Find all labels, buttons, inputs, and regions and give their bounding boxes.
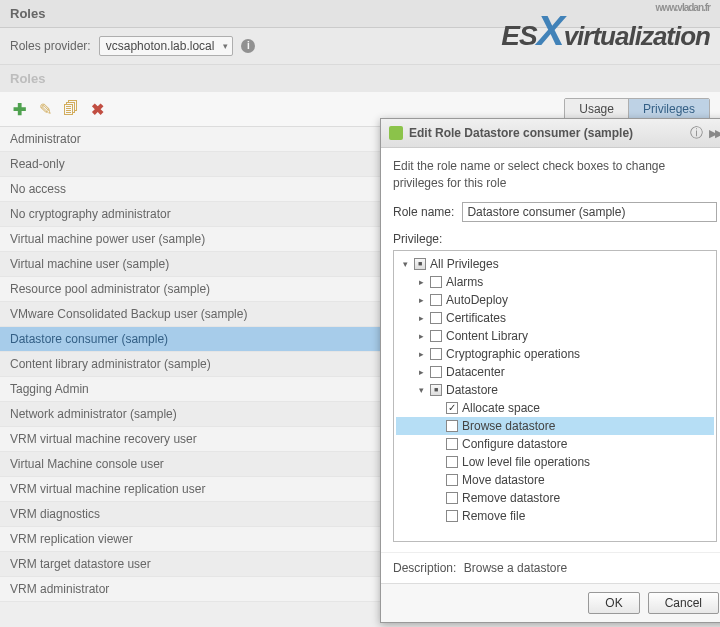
- tree-label: Configure datastore: [462, 437, 567, 451]
- tree-label: Remove datastore: [462, 491, 560, 505]
- disclosure-open-icon[interactable]: ▾: [416, 385, 426, 395]
- tree-leaf[interactable]: Browse datastore: [396, 417, 714, 435]
- tree-leaf[interactable]: Remove datastore: [396, 489, 714, 507]
- tree-label: Certificates: [446, 311, 506, 325]
- dialog-title: Edit Role Datastore consumer (sample): [409, 126, 684, 140]
- checkbox[interactable]: [446, 474, 458, 486]
- checkbox[interactable]: [430, 348, 442, 360]
- tree-label: Allocate space: [462, 401, 540, 415]
- checkbox[interactable]: [446, 510, 458, 522]
- tree-label: Cryptographic operations: [446, 347, 580, 361]
- role-name-label: Role name:: [393, 205, 454, 219]
- privilege-label: Privilege:: [393, 232, 717, 246]
- expand-icon[interactable]: ▶▶: [709, 127, 720, 140]
- description-value: Browse a datastore: [464, 561, 567, 575]
- add-role-icon[interactable]: ✚: [10, 100, 28, 118]
- tree-label: Alarms: [446, 275, 483, 289]
- edit-role-icon[interactable]: ✎: [36, 100, 54, 118]
- roles-provider-dropdown[interactable]: vcsaphoton.lab.local ▾: [99, 36, 234, 56]
- disclosure-open-icon[interactable]: ▾: [400, 259, 410, 269]
- tree-leaf[interactable]: Move datastore: [396, 471, 714, 489]
- checkbox[interactable]: [446, 456, 458, 468]
- tree-label: Browse datastore: [462, 419, 555, 433]
- tab-usage[interactable]: Usage: [565, 99, 629, 119]
- dialog-header: Edit Role Datastore consumer (sample) ⓘ …: [381, 119, 720, 148]
- checkbox[interactable]: [446, 402, 458, 414]
- roles-provider-value: vcsaphoton.lab.local: [106, 39, 215, 53]
- info-icon[interactable]: i: [241, 39, 255, 53]
- cancel-button[interactable]: Cancel: [648, 592, 719, 614]
- tree-branch[interactable]: ▸Cryptographic operations: [396, 345, 714, 363]
- ok-button[interactable]: OK: [588, 592, 639, 614]
- tree-branch[interactable]: ▸Datacenter: [396, 363, 714, 381]
- tree-leaf[interactable]: Allocate space: [396, 399, 714, 417]
- checkbox[interactable]: [430, 276, 442, 288]
- dialog-instruction: Edit the role name or select check boxes…: [393, 158, 717, 192]
- roles-provider-label: Roles provider:: [10, 39, 91, 53]
- checkbox[interactable]: [446, 420, 458, 432]
- checkbox[interactable]: [430, 366, 442, 378]
- disclosure-closed-icon[interactable]: ▸: [416, 367, 426, 377]
- checkbox[interactable]: [430, 330, 442, 342]
- tab-privileges[interactable]: Privileges: [629, 99, 709, 119]
- checkbox[interactable]: [414, 258, 426, 270]
- privilege-tree[interactable]: ▾All Privileges▸Alarms▸AutoDeploy▸Certif…: [393, 250, 717, 542]
- role-icon: [389, 126, 403, 140]
- tree-branch[interactable]: ▸Content Library: [396, 327, 714, 345]
- tree-leaf[interactable]: Low level file operations: [396, 453, 714, 471]
- tree-branch[interactable]: ▸Certificates: [396, 309, 714, 327]
- help-icon[interactable]: ⓘ: [690, 124, 703, 142]
- disclosure-closed-icon[interactable]: ▸: [416, 295, 426, 305]
- disclosure-closed-icon[interactable]: ▸: [416, 349, 426, 359]
- checkbox[interactable]: [430, 384, 442, 396]
- tree-label: Move datastore: [462, 473, 545, 487]
- description-row: Description: Browse a datastore: [381, 552, 720, 583]
- watermark-url: www.vladan.fr: [501, 2, 710, 13]
- tree-branch[interactable]: ▸AutoDeploy: [396, 291, 714, 309]
- role-name-input[interactable]: [462, 202, 717, 222]
- tree-label: All Privileges: [430, 257, 499, 271]
- tree-leaf[interactable]: Remove file: [396, 507, 714, 525]
- edit-role-dialog: Edit Role Datastore consumer (sample) ⓘ …: [380, 118, 720, 623]
- checkbox[interactable]: [446, 492, 458, 504]
- tree-label: Content Library: [446, 329, 528, 343]
- tree-label: Remove file: [462, 509, 525, 523]
- detail-tabs: Usage Privileges: [564, 98, 710, 120]
- tree-branch[interactable]: ▸Alarms: [396, 273, 714, 291]
- disclosure-closed-icon[interactable]: ▸: [416, 313, 426, 323]
- tree-label: Low level file operations: [462, 455, 590, 469]
- chevron-down-icon: ▾: [223, 41, 228, 51]
- tree-root[interactable]: ▾All Privileges: [396, 255, 714, 273]
- tree-leaf[interactable]: Configure datastore: [396, 435, 714, 453]
- checkbox[interactable]: [446, 438, 458, 450]
- roles-section-label: Roles: [0, 65, 720, 92]
- tree-label: Datacenter: [446, 365, 505, 379]
- checkbox[interactable]: [430, 294, 442, 306]
- disclosure-closed-icon[interactable]: ▸: [416, 277, 426, 287]
- tree-branch-datastore[interactable]: ▾Datastore: [396, 381, 714, 399]
- delete-role-icon[interactable]: ✖: [88, 100, 106, 118]
- clone-role-icon[interactable]: 🗐: [62, 100, 80, 118]
- tree-label: Datastore: [446, 383, 498, 397]
- watermark-logo: www.vladan.fr ESXvirtualization: [501, 2, 710, 55]
- description-label: Description:: [393, 561, 456, 575]
- disclosure-closed-icon[interactable]: ▸: [416, 331, 426, 341]
- tree-label: AutoDeploy: [446, 293, 508, 307]
- checkbox[interactable]: [430, 312, 442, 324]
